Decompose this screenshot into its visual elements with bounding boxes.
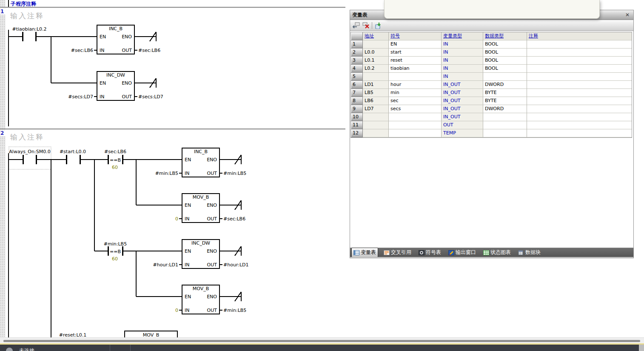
col-header-comment[interactable]: 注释 — [527, 32, 632, 40]
cell-vartype[interactable]: OUT — [442, 121, 483, 129]
delete-row-button[interactable] — [361, 21, 370, 30]
cell-symbol[interactable]: reset — [389, 57, 442, 65]
cell-datatype[interactable]: DWORD — [483, 81, 527, 89]
row-number[interactable]: 4 — [351, 65, 363, 73]
cell-symbol[interactable]: EN — [389, 40, 442, 49]
cell-address[interactable] — [363, 113, 389, 121]
cell-comment[interactable] — [527, 121, 632, 129]
cell-address[interactable]: LD1 — [363, 81, 389, 89]
cell-comment[interactable] — [527, 40, 632, 49]
cell-vartype[interactable]: IN — [442, 65, 483, 73]
cell-datatype[interactable]: BOOL — [483, 40, 527, 49]
tab-variable-table[interactable]: 变量表 — [351, 248, 378, 257]
cell-address[interactable] — [363, 129, 389, 137]
cell-symbol[interactable] — [389, 113, 442, 121]
tab-output-window[interactable]: 输出窗口 — [447, 248, 478, 257]
block-in-operand[interactable]: 0 — [175, 308, 178, 313]
cell-comment[interactable] — [527, 81, 632, 89]
block-in-operand[interactable]: #secs:LD7 — [68, 94, 93, 100]
close-icon[interactable]: ✕ — [624, 11, 631, 18]
contact-always-on[interactable]: Always_On:SM0.0 — [9, 149, 51, 164]
block-mov-b-bottom[interactable]: MOV_B — [125, 331, 177, 337]
row-number[interactable]: 8 — [351, 97, 363, 105]
cell-datatype[interactable] — [483, 121, 527, 129]
compare-value[interactable]: 60 — [112, 165, 118, 170]
compare-value[interactable]: 60 — [112, 256, 118, 262]
cell-comment[interactable] — [527, 105, 632, 113]
block-inc-b-n1[interactable]: INC_B EN ENO IN OUT #sec:LB6 #sec:LB6 — [71, 25, 160, 54]
cell-address[interactable] — [363, 73, 389, 81]
cell-datatype[interactable]: BOOL — [483, 49, 527, 57]
contact-tiaobian[interactable]: #tiaobian:L0.2 — [9, 26, 97, 41]
cell-vartype[interactable]: IN — [442, 57, 483, 65]
cell-comment[interactable] — [527, 73, 632, 81]
cell-vartype[interactable]: TEMP — [442, 129, 483, 137]
row-number[interactable]: 9 — [351, 105, 363, 113]
cell-vartype[interactable]: IN_OUT — [442, 81, 483, 89]
cell-address[interactable]: L0.0 — [363, 49, 389, 57]
block-mov-b-sec[interactable]: MOV_B EN ENO IN OUT 0 #sec:LB6 — [175, 194, 245, 223]
col-header-address[interactable]: 地址 — [363, 32, 389, 40]
cell-comment[interactable] — [527, 89, 632, 97]
export-button[interactable] — [373, 21, 383, 30]
cell-symbol[interactable]: min — [389, 89, 442, 97]
row-number[interactable]: 3 — [351, 57, 363, 65]
cell-datatype[interactable]: BYTE — [483, 89, 527, 97]
tab-cross-reference[interactable]: 交叉引用 — [382, 248, 413, 257]
row-number[interactable]: 12 — [351, 129, 363, 137]
cell-datatype[interactable]: BYTE — [483, 97, 527, 105]
row-number[interactable]: 5 — [351, 73, 363, 81]
cell-comment[interactable] — [527, 57, 632, 65]
compare-contact-sec[interactable]: #sec:LB6 ==B 60 — [81, 149, 126, 170]
col-header-symbol[interactable]: 符号 — [389, 32, 442, 40]
cell-datatype[interactable] — [483, 129, 527, 137]
cell-symbol[interactable]: sec — [389, 97, 442, 105]
row-number[interactable]: 2 — [351, 49, 363, 57]
cell-vartype[interactable]: IN_OUT — [442, 113, 483, 121]
row-number[interactable]: 6 — [351, 81, 363, 89]
cell-comment[interactable] — [527, 65, 632, 73]
row-number[interactable]: 11 — [351, 121, 363, 129]
cell-symbol[interactable]: tiaobian — [389, 65, 442, 73]
cell-symbol[interactable]: start — [389, 49, 442, 57]
cell-address[interactable]: LB6 — [363, 97, 389, 105]
cell-comment[interactable] — [527, 97, 632, 105]
cell-datatype[interactable]: BOOL — [483, 57, 527, 65]
cell-address[interactable]: L0.2 — [363, 65, 389, 73]
tab-status-chart[interactable]: 状态图表 — [482, 248, 513, 257]
cell-address[interactable] — [363, 121, 389, 129]
cell-vartype[interactable]: IN_OUT — [442, 105, 483, 113]
cell-symbol[interactable]: hour — [389, 81, 442, 89]
cell-datatype[interactable]: BOOL — [483, 65, 527, 73]
tab-symbol-table[interactable]: 符号表 — [417, 248, 443, 257]
cell-datatype[interactable] — [483, 73, 527, 81]
tab-data-block[interactable]: 数据块 — [516, 248, 542, 257]
cell-vartype[interactable]: IN — [442, 73, 483, 81]
block-out-operand[interactable]: #min:LB5 — [223, 171, 246, 176]
block-out-operand[interactable]: #hour:LD1 — [223, 262, 249, 268]
col-header-vartype[interactable]: 变量类型 — [442, 32, 483, 40]
cell-symbol[interactable] — [389, 121, 442, 129]
cell-datatype[interactable]: DWORD — [483, 105, 527, 113]
cell-symbol[interactable] — [389, 129, 442, 137]
cell-symbol[interactable] — [389, 73, 442, 81]
cell-address[interactable] — [363, 40, 389, 49]
row-number[interactable]: 1 — [351, 40, 363, 49]
block-inc-dw-n2[interactable]: INC_DW EN ENO IN OUT #hour:LD1 #hour:LD1 — [153, 240, 248, 268]
row-number[interactable]: 10 — [351, 113, 363, 121]
cell-address[interactable]: LD7 — [363, 105, 389, 113]
block-inc-dw-n1[interactable]: INC_DW EN ENO IN OUT #secs:LD7 #secs:LD7 — [68, 71, 163, 100]
block-in-operand[interactable]: #hour:LD1 — [153, 262, 178, 268]
cell-comment[interactable] — [527, 113, 632, 121]
block-out-operand[interactable]: #secs:LD7 — [138, 94, 163, 100]
col-header-datatype[interactable]: 数据类型 — [483, 32, 527, 40]
contact-reset[interactable]: #reset:L0.1 — [59, 332, 86, 337]
cell-comment[interactable] — [527, 129, 632, 137]
cell-address[interactable]: LB5 — [363, 89, 389, 97]
block-in-operand[interactable]: #min:LB5 — [155, 171, 178, 176]
cell-symbol[interactable]: secs — [389, 105, 442, 113]
cell-vartype[interactable]: IN — [442, 49, 483, 57]
cell-vartype[interactable]: IN — [442, 40, 483, 49]
scrollbar-thumb[interactable] — [3, 340, 640, 342]
block-out-operand[interactable]: #sec:LB6 — [223, 216, 245, 222]
